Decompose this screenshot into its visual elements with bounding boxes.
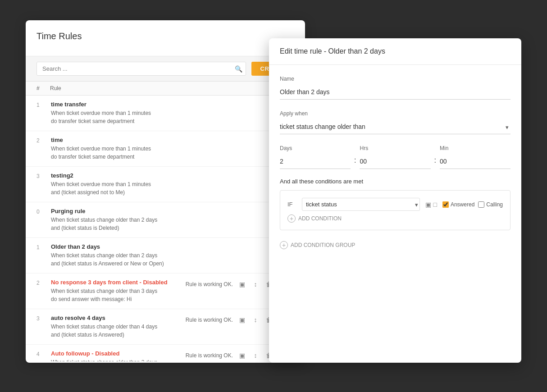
search-wrapper: 🔍	[36, 62, 246, 76]
edit-panel-body: Name Apply when ticket status change old…	[269, 65, 521, 360]
rule-desc: When ticket status change older than 4 d…	[51, 323, 180, 339]
rule-number: 3	[36, 172, 46, 179]
checkbox-answered[interactable]	[442, 201, 449, 208]
condition-if-label: IF	[287, 201, 296, 208]
days-input[interactable]	[280, 154, 351, 169]
copy-rule-icon[interactable]: ▣	[237, 279, 247, 290]
rule-number: 3	[36, 315, 46, 322]
add-condition-link[interactable]: + ADD CONDITION	[287, 211, 503, 223]
search-icon: 🔍	[235, 65, 242, 73]
rule-name: time transfer	[51, 101, 294, 108]
condition-row: IF ticket statusticket assignedticket ov…	[287, 198, 503, 211]
rule-item[interactable]: 1Older than 2 daysWhen ticket status cha…	[26, 238, 305, 273]
list-panel-header: Time Rules	[26, 20, 305, 56]
rule-name: Older than 2 days	[51, 243, 294, 250]
checkbox-calling[interactable]	[478, 201, 484, 208]
condition-field-select[interactable]: ticket statusticket assignedticket overd…	[302, 198, 420, 211]
apply-when-label: Apply when	[280, 110, 511, 117]
hrs-input[interactable]	[360, 154, 430, 169]
rule-item[interactable]: 0Purging ruleWhen ticket status change o…	[26, 202, 305, 238]
rule-status: Rule is working OK.	[186, 317, 233, 323]
apply-when-group: Apply when ticket status change older th…	[280, 110, 511, 134]
time-sep-1: :	[351, 156, 360, 169]
rule-desc: When ticket status change older than 3 d…	[51, 287, 180, 303]
add-condition-group-link[interactable]: + ADD CONDITION GROUP	[280, 236, 511, 255]
rule-name: Purging rule	[51, 208, 294, 214]
rule-name: testing2	[51, 172, 294, 179]
rule-desc: When ticket status change older than 2 d…	[51, 216, 294, 232]
rule-status: Rule is working OK.	[186, 352, 233, 359]
copy-rule-icon[interactable]: ▣	[237, 350, 247, 361]
sort-rule-icon[interactable]: ↕	[250, 315, 261, 325]
min-label: Min	[440, 145, 511, 151]
hrs-label: Hrs	[360, 145, 430, 151]
condition-checkboxes: ▣ □ AnsweredCalling	[425, 201, 503, 208]
search-input[interactable]	[36, 62, 246, 76]
rule-status: Rule is working OK.	[186, 281, 233, 287]
days-field: Days	[280, 145, 351, 169]
checkbox-label-calling: Calling	[486, 201, 503, 208]
rule-number: 2	[36, 279, 46, 286]
conditions-title: And all these conditions are met	[280, 178, 363, 185]
rule-number: 0	[36, 208, 46, 215]
edit-panel-title: Edit time rule - Older than 2 days	[280, 47, 511, 55]
add-condition-group-label: ADD CONDITION GROUP	[291, 242, 355, 248]
hrs-field: Hrs	[360, 145, 430, 169]
rule-item[interactable]: 4Auto followup - DisabledWhen ticket sta…	[26, 345, 305, 361]
list-panel: Time Rules 🔍 CREATE # Rule 1time transfe…	[26, 20, 305, 363]
rule-number: 2	[36, 137, 46, 144]
rule-number: 4	[36, 350, 46, 357]
rule-number: 1	[36, 101, 46, 108]
add-condition-label: ADD CONDITION	[298, 215, 342, 222]
rule-number: 1	[36, 243, 46, 251]
time-row: Days : Hrs : Min	[280, 145, 511, 169]
copy-rule-icon[interactable]: ▣	[237, 315, 247, 325]
time-sep-2: :	[431, 156, 440, 169]
rule-name: No response 3 days from client - Disable…	[51, 279, 180, 286]
paste-icon[interactable]: □	[433, 201, 437, 208]
conditions-section: And all these conditions are met IF tick…	[280, 178, 511, 255]
condition-box: IF ticket statusticket assignedticket ov…	[280, 190, 511, 230]
sort-rule-icon[interactable]: ↕	[250, 350, 261, 361]
name-group: Name	[280, 76, 511, 100]
copy-icon[interactable]: ▣	[425, 201, 431, 208]
apply-when-select-wrapper: ticket status change older than ▾	[280, 119, 511, 134]
add-condition-plus-icon: +	[287, 214, 296, 223]
apply-when-select[interactable]: ticket status change older than	[280, 119, 511, 134]
min-input[interactable]	[440, 154, 511, 169]
rule-item[interactable]: 3testing2When ticket overdue more than 1…	[26, 167, 305, 202]
edit-panel: Edit time rule - Older than 2 days Name …	[269, 38, 521, 363]
rule-desc: When ticket status change older than 2 d…	[51, 251, 294, 268]
page-title: Time Rules	[36, 31, 294, 41]
rule-name: time	[51, 137, 294, 143]
rule-item[interactable]: 2timeWhen ticket overdue more than 1 min…	[26, 131, 305, 167]
table-header: # Rule	[26, 82, 305, 96]
sort-rule-icon[interactable]: ↕	[250, 279, 261, 290]
checkbox-item-1: Calling	[478, 201, 503, 208]
rule-name: Auto followup - Disabled	[51, 350, 180, 357]
rule-item[interactable]: 3auto resolve 4 daysWhen ticket status c…	[26, 309, 305, 345]
col-num-header: #	[36, 85, 50, 91]
rule-name: auto resolve 4 days	[51, 315, 180, 321]
rule-item[interactable]: 2No response 3 days from client - Disabl…	[26, 273, 305, 309]
toolbar: 🔍 CREATE	[26, 56, 305, 82]
edit-panel-header: Edit time rule - Older than 2 days	[269, 38, 521, 65]
rule-desc: When ticket overdue more than 1 minutesa…	[51, 180, 294, 196]
add-condition-group-plus-icon: +	[280, 241, 288, 249]
rules-list: 1time transferWhen ticket overdue more t…	[26, 96, 305, 361]
name-input[interactable]	[280, 85, 511, 100]
min-field: Min	[440, 145, 511, 169]
days-label: Days	[280, 145, 351, 151]
rule-item[interactable]: 1time transferWhen ticket overdue more t…	[26, 96, 305, 131]
rule-desc: When ticket overdue more than 1 minutesd…	[51, 109, 294, 125]
checkbox-label-answered: Answered	[451, 201, 474, 208]
rule-desc: When ticket overdue more than 1 minutesd…	[51, 145, 294, 161]
name-label: Name	[280, 76, 511, 82]
condition-select-wrapper: ticket statusticket assignedticket overd…	[302, 198, 420, 211]
col-rule-header: Rule	[50, 85, 294, 91]
rule-desc: When ticket status change older than 3 d…	[51, 358, 180, 361]
checkbox-item-0: Answered	[442, 201, 474, 208]
